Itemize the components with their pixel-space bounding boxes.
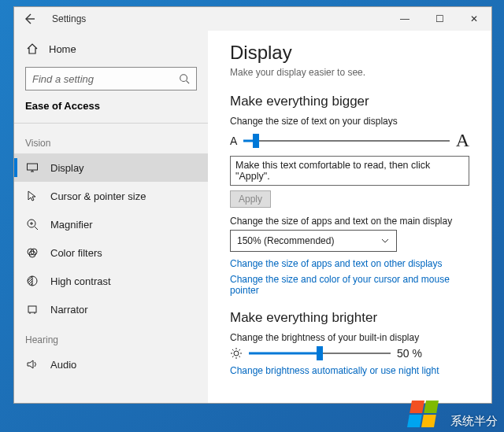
search-input[interactable]: Find a setting xyxy=(25,67,197,90)
sidebar-item-highcontrast[interactable]: High contrast xyxy=(14,267,208,295)
titlebar: Settings — ☐ ✕ xyxy=(14,7,491,31)
sidebar-item-label: Display xyxy=(50,162,84,174)
slider-thumb[interactable] xyxy=(253,134,259,148)
minimize-button[interactable]: — xyxy=(387,7,422,31)
scale-value: 150% (Recommended) xyxy=(237,235,334,246)
chevron-down-icon xyxy=(380,236,390,246)
home-nav[interactable]: Home xyxy=(14,35,208,62)
slider-min-glyph: A xyxy=(230,135,237,147)
section-brighter-title: Make everything brighter xyxy=(230,310,469,326)
brightness-slider[interactable] xyxy=(249,346,391,360)
svg-rect-1 xyxy=(28,164,38,170)
watermark-logo xyxy=(407,401,439,427)
home-label: Home xyxy=(49,43,76,55)
home-icon xyxy=(25,42,39,55)
sidebar-item-label: High contrast xyxy=(50,275,111,287)
page-subtitle: Make your display easier to see. xyxy=(230,67,469,78)
scale-dropdown[interactable]: 150% (Recommended) xyxy=(230,230,397,252)
search-container: Find a setting xyxy=(25,67,197,90)
brightness-slider-row: 50 % xyxy=(230,346,469,360)
textsize-slider-row: A A xyxy=(230,130,469,151)
section-bigger-title: Make everything bigger xyxy=(230,94,469,109)
sidebar: Home Find a setting Ease of Access Visio… xyxy=(14,31,208,403)
slider-max-glyph: A xyxy=(456,130,469,151)
magnifier-icon xyxy=(25,218,39,231)
sidebar-item-label: Color filters xyxy=(50,247,102,259)
textsize-label: Change the size of text on your displays xyxy=(230,116,469,127)
svg-point-0 xyxy=(180,75,187,82)
maximize-button[interactable]: ☐ xyxy=(422,7,457,31)
divider xyxy=(14,123,208,124)
content-pane: Display Make your display easier to see.… xyxy=(208,31,491,403)
brightness-icon xyxy=(230,347,243,360)
narrator-icon xyxy=(25,303,39,316)
section-title: Ease of Access xyxy=(14,97,208,120)
window-title: Settings xyxy=(52,13,86,24)
link-other-displays[interactable]: Change the size of apps and text on othe… xyxy=(230,258,469,269)
scale-label: Change the size of apps and text on the … xyxy=(230,216,469,227)
sidebar-item-magnifier[interactable]: Magnifier xyxy=(14,210,208,238)
search-icon xyxy=(179,73,190,84)
link-brightness-auto[interactable]: Change brightness automatically or use n… xyxy=(230,365,469,376)
palette-icon xyxy=(25,246,39,259)
sidebar-item-label: Magnifier xyxy=(50,219,92,231)
watermark-text: 系统半分 xyxy=(450,414,498,429)
titlebar-left: Settings xyxy=(19,9,86,29)
textsize-slider[interactable] xyxy=(243,134,449,148)
sidebar-item-audio[interactable]: Audio xyxy=(14,350,208,378)
sidebar-item-colorfilters[interactable]: Color filters xyxy=(14,238,208,267)
sidebar-item-narrator[interactable]: Narrator xyxy=(14,295,208,323)
back-button[interactable] xyxy=(19,9,39,29)
link-cursor-settings[interactable]: Change the size and color of your cursor… xyxy=(230,274,469,296)
settings-window: Settings — ☐ ✕ Home Find a setting xyxy=(13,6,492,404)
close-button[interactable]: ✕ xyxy=(457,7,491,31)
sidebar-item-cursor[interactable]: Cursor & pointer size xyxy=(14,182,208,210)
group-vision-label: Vision xyxy=(14,127,208,153)
sidebar-item-display[interactable]: Display xyxy=(14,153,208,182)
brightness-value: 50 % xyxy=(397,347,422,360)
slider-rail xyxy=(243,140,449,142)
apply-button[interactable]: Apply xyxy=(230,190,271,208)
sidebar-item-label: Cursor & pointer size xyxy=(50,190,146,202)
slider-thumb[interactable] xyxy=(317,346,323,360)
group-hearing-label: Hearing xyxy=(14,323,208,350)
page-heading: Display xyxy=(230,42,469,64)
window-body: Home Find a setting Ease of Access Visio… xyxy=(14,31,491,403)
slider-fill xyxy=(249,353,320,355)
contrast-icon xyxy=(25,275,39,287)
svg-point-8 xyxy=(234,351,239,356)
sidebar-item-label: Audio xyxy=(50,359,76,371)
cursor-icon xyxy=(25,190,39,202)
sidebar-item-label: Narrator xyxy=(50,304,88,316)
search-placeholder: Find a setting xyxy=(32,73,94,85)
audio-icon xyxy=(25,358,39,371)
sample-text-box: Make this text comfortable to read, then… xyxy=(230,156,469,186)
caption-buttons: — ☐ ✕ xyxy=(387,7,491,31)
monitor-icon xyxy=(25,161,39,174)
brightness-label: Change the brightness of your built-in d… xyxy=(230,332,469,343)
svg-rect-7 xyxy=(28,306,36,312)
